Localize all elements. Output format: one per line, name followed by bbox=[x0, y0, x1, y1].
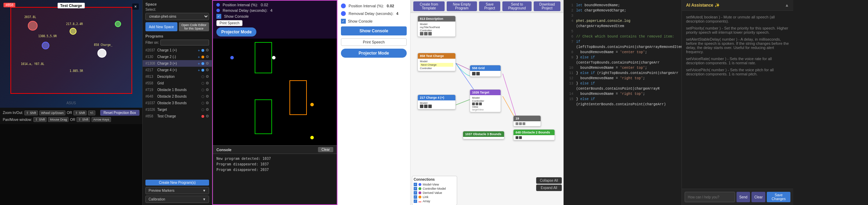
print-speech-button[interactable]: Print Speech bbox=[341, 38, 407, 46]
node-648[interactable]: 648 Obstacle 2 Bounds bbox=[513, 129, 555, 140]
reset-projection-button[interactable]: Reset Projection Box bbox=[100, 110, 140, 116]
program-item-719[interactable]: #719 Obstacle 1 Bounds ⚙ bbox=[143, 87, 212, 93]
line-number: 4 bbox=[566, 18, 573, 29]
code-line: 8 boundRemovedName = 'center top'; bbox=[566, 50, 679, 55]
show-console-button[interactable]: Show Console bbox=[341, 26, 407, 35]
node-217[interactable]: 217 Charge 4 (+) Model bbox=[417, 95, 456, 109]
download-project-button[interactable]: Download Project bbox=[534, 1, 560, 11]
save-changes-button[interactable]: Save Changes bbox=[767, 192, 790, 202]
conn-check[interactable]: ✓ bbox=[414, 195, 417, 199]
save-project-button[interactable]: Save Project bbox=[479, 1, 500, 11]
node-control bbox=[476, 102, 478, 105]
console-message-1: New program detected: 1037 bbox=[216, 156, 333, 162]
show-console-check[interactable]: ✓ bbox=[341, 19, 346, 24]
projector-mode-button[interactable]: Projector Mode bbox=[216, 27, 256, 36]
node-header: 558 Grid bbox=[470, 65, 501, 71]
program-name: Grid bbox=[157, 81, 200, 85]
wheel-key: Wheel Up/Down bbox=[39, 110, 65, 115]
calibration-button[interactable]: Calibration ▼ bbox=[145, 196, 209, 203]
node-field: Model bbox=[472, 96, 499, 99]
collapse-all-button[interactable]: Collapse All bbox=[536, 177, 562, 184]
code-line: 13 } else if (centerBounds.containsPoint… bbox=[566, 81, 679, 91]
conn-check[interactable]: ✓ bbox=[414, 183, 417, 186]
conn-check[interactable]: ✓ bbox=[414, 199, 417, 203]
conn-derived-value: ✓ Derived Value bbox=[414, 191, 455, 195]
nodes-canvas[interactable]: 813 Description Model myTitleTextField C… bbox=[411, 13, 563, 205]
console-body: New program detected: 1037 Program disap… bbox=[213, 154, 337, 204]
program-item-1037[interactable]: #1037 Obstacle 3 Bounds ⚙ bbox=[143, 100, 212, 106]
program-num: #719 bbox=[145, 88, 156, 92]
code-line: 15 } else if (rightCenterBounds.contains… bbox=[566, 97, 679, 107]
projector-mode-button2[interactable]: Projector Mode bbox=[341, 49, 407, 58]
program-item-648[interactable]: #648 Obstacle 2 Bounds ⚙ bbox=[143, 93, 212, 100]
removal-delay-label: Removal Delay (seconds): bbox=[223, 8, 268, 13]
charge-dot bbox=[28, 21, 38, 31]
line-number: 13 bbox=[566, 81, 573, 91]
node-field: Model bbox=[420, 60, 453, 63]
sim-dot2 bbox=[216, 9, 220, 12]
node-858[interactable]: 858 Test Charge Model Next Charge Contro… bbox=[417, 53, 456, 71]
line-number: 2 bbox=[566, 8, 573, 13]
node-558[interactable]: 558 Grid bbox=[470, 65, 501, 77]
program-item-1308[interactable]: #1308 Charge 3 (+) + ⚙ bbox=[143, 60, 212, 67]
sim-obstacle-top bbox=[255, 42, 272, 73]
rd-value: 4 bbox=[396, 11, 398, 16]
code-line: 14 boundRemovedName = 'right top'; bbox=[566, 91, 679, 97]
collapse-expand: Collapse All Expand All bbox=[536, 177, 562, 191]
ai-clear-button[interactable]: Clear bbox=[751, 192, 765, 202]
node-1026[interactable]: 1026 Target Model Controller View target… bbox=[470, 89, 501, 112]
program-item-813[interactable]: #813 Description ⚙ bbox=[143, 73, 212, 80]
console-clear-button[interactable]: Clear bbox=[318, 147, 333, 152]
node-19[interactable]: 19 bbox=[513, 115, 541, 126]
node-1037[interactable]: 1037 Obstacle 3 Bounds bbox=[463, 131, 504, 139]
preview-markers-button[interactable]: Preview Markers ▼ bbox=[145, 187, 209, 194]
node-813[interactable]: 813 Description Model myTitleTextField C… bbox=[417, 16, 456, 37]
create-new-program-button[interactable]: Create New Program(s) bbox=[145, 180, 209, 186]
create-from-template-button[interactable]: Create from Template bbox=[413, 1, 445, 11]
program-item-1026[interactable]: #1026 Target ⚙ bbox=[143, 106, 212, 113]
program-item-858[interactable]: #858 Test Charge ⚙ bbox=[143, 113, 212, 120]
open-code-editor-button[interactable]: Open Code Editor for this Space bbox=[179, 22, 209, 31]
zoom-label: Zoom In/Out: bbox=[3, 111, 23, 115]
camera-panel: 2037.8L 1308.5,5.9R 217.8,2.4R 858 Charg… bbox=[0, 0, 143, 205]
code-text: boundRemovedName = 'center top'; bbox=[576, 65, 679, 71]
program-item-2037[interactable]: #2037 Charge 1 (+) + ⚙ bbox=[143, 47, 212, 54]
line-number: 3 bbox=[566, 13, 573, 18]
show-console-text: Show Console bbox=[348, 19, 373, 23]
node-control bbox=[424, 32, 428, 35]
line-number: 11 bbox=[566, 71, 573, 76]
node-header: 648 Obstacle 2 Bounds bbox=[513, 130, 555, 135]
ai-chat-input[interactable] bbox=[685, 192, 735, 202]
print-speech-button[interactable]: Print Speech bbox=[216, 20, 242, 26]
ai-send-button[interactable]: Send bbox=[736, 192, 750, 202]
program-item-558[interactable]: #558 Grid ⚙ bbox=[143, 80, 212, 87]
program-indicator bbox=[201, 102, 204, 105]
code-text bbox=[576, 13, 679, 18]
chevron-up-icon: ▲ bbox=[785, 3, 789, 8]
node-field: View bbox=[472, 105, 499, 108]
conn-model-view: ✓ Model-View bbox=[414, 183, 455, 186]
new-empty-program-button[interactable]: New Empty Program bbox=[447, 1, 477, 11]
close-button[interactable]: × bbox=[132, 3, 139, 10]
program-item-130[interactable]: #130 Charge 2 (-) + ⚙ bbox=[143, 54, 212, 60]
code-line: 9 } else if (centerTopBounds.containsPoi… bbox=[566, 55, 679, 65]
gear-icon: ⚙ bbox=[206, 107, 209, 112]
expand-all-button[interactable]: Expand All bbox=[536, 184, 562, 191]
node-body bbox=[513, 121, 541, 126]
conn-check[interactable]: ✓ bbox=[414, 191, 417, 195]
pi-value: 0.02 bbox=[387, 4, 394, 8]
code-text: boundRemovedName = 'right top'; bbox=[576, 91, 679, 97]
filter-input[interactable] bbox=[160, 40, 209, 46]
conn-check[interactable]: ✓ bbox=[414, 187, 417, 190]
conn-label: Derived Value bbox=[423, 191, 442, 195]
code-line: 6 // Check which bound contains the remo… bbox=[566, 34, 679, 39]
add-new-space-button[interactable]: Add New Space bbox=[145, 22, 177, 31]
code-text: } else if (centerBounds.containsPoint(ch… bbox=[576, 81, 679, 91]
space-select[interactable]: creator-phet-sims bbox=[145, 13, 209, 20]
program-item-217[interactable]: #217 Charge 4 (+) + ⚙ bbox=[143, 67, 212, 73]
show-console-checkbox[interactable]: ✓ bbox=[216, 14, 221, 19]
program-plus: + bbox=[198, 68, 200, 72]
send-to-playground-button[interactable]: Send to Playground bbox=[502, 1, 532, 11]
program-num: #858 bbox=[145, 114, 156, 118]
node-header: 858 Test Charge bbox=[418, 53, 455, 59]
